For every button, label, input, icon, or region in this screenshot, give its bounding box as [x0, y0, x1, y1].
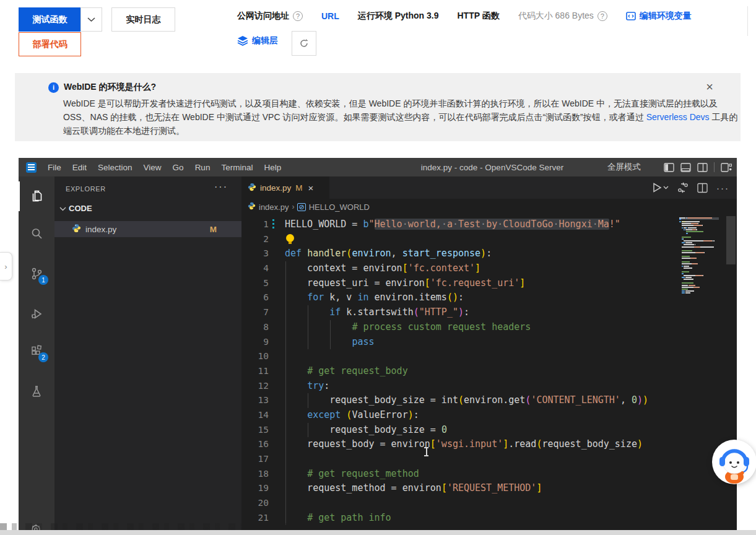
- scrollbar[interactable]: [725, 215, 737, 535]
- code-line: 1HELLO_WORLD = b"Hello·world,·a·Test·by·…: [241, 217, 679, 232]
- explorer-section-code[interactable]: CODE: [54, 200, 241, 216]
- tab-close-icon[interactable]: ×: [308, 183, 314, 193]
- line-number: 6: [241, 290, 269, 305]
- vscode-logo-icon: [26, 162, 37, 173]
- search-icon[interactable]: [19, 219, 54, 248]
- code-line: 14 except (ValueError):: [241, 408, 679, 423]
- menu-selection[interactable]: Selection: [92, 158, 138, 176]
- refresh-icon: [299, 38, 309, 48]
- python-file-icon: [248, 183, 256, 193]
- http-function-label: HTTP 函数: [457, 11, 499, 22]
- python-file-icon: [248, 202, 256, 212]
- code-line: 20: [241, 496, 679, 511]
- testing-icon[interactable]: [19, 376, 54, 406]
- chevron-down-icon: [87, 17, 95, 22]
- symbol-icon: ⊘: [297, 203, 305, 211]
- run-or-debug-icon[interactable]: [677, 182, 689, 193]
- code-line: 6 for k, v in environ.items():: [241, 290, 679, 305]
- line-number: 4: [241, 261, 269, 276]
- code-line: 17: [241, 452, 679, 467]
- code-line: 19 request_method = environ['REQUEST_MET…: [241, 481, 679, 496]
- layers-icon: [237, 35, 248, 46]
- run-debug-icon[interactable]: [19, 299, 54, 329]
- test-function-button[interactable]: 测试函数: [19, 7, 81, 32]
- explorer-sidebar: EXPLORER ··· CODE index.py M: [54, 176, 241, 535]
- file-item-indexpy[interactable]: index.py M: [54, 221, 241, 237]
- env-vars-icon: [626, 12, 636, 20]
- customize-layout-icon[interactable]: [721, 162, 732, 173]
- titlebar: FileEditSelectionViewGoRunTerminalHelp i…: [19, 158, 737, 176]
- line-number: 13: [241, 393, 269, 408]
- menu-run[interactable]: Run: [189, 158, 216, 176]
- editor-more-actions[interactable]: ···: [716, 183, 729, 193]
- help-icon[interactable]: ?: [293, 11, 303, 21]
- split-editor-icon[interactable]: [697, 183, 708, 193]
- refresh-button[interactable]: [292, 31, 316, 56]
- menu-help[interactable]: Help: [258, 158, 287, 176]
- code-line: 9 pass: [241, 335, 679, 350]
- scrollbar-slider[interactable]: [726, 216, 736, 264]
- explorer-icon[interactable]: [19, 181, 54, 211]
- explorer-title: EXPLORER: [66, 185, 106, 193]
- code-line: 13 request_body_size = int(environ.get('…: [241, 393, 679, 408]
- line-number: 16: [241, 437, 269, 452]
- line-number: 9: [241, 335, 269, 350]
- breadcrumb[interactable]: index.py › ⊘ HELLO_WORLD: [241, 199, 737, 215]
- page: 测试函数 实时日志 部署代码 公网访问地址? URL 运行环境 Python 3…: [0, 0, 756, 535]
- support-mascot-button[interactable]: [712, 440, 756, 484]
- code-line: 16 request_body = environ['wsgi.input'].…: [241, 437, 679, 452]
- mascot-icon: [712, 440, 756, 484]
- test-function-dropdown[interactable]: [80, 7, 102, 32]
- code-line: 7 if k.startswith("HTTP_"):: [241, 305, 679, 320]
- expand-panel-handle[interactable]: ›: [0, 252, 12, 281]
- runtime-label: 运行环境 Python 3.9: [358, 11, 439, 22]
- line-number: 20: [241, 496, 269, 511]
- serverless-devs-link[interactable]: Serverless Devs: [646, 112, 710, 122]
- banner-body: WebIDE 是可以帮助开发者快速进行代码测试，以及项目构建、依赖安装，但是 W…: [63, 97, 741, 137]
- deploy-code-button[interactable]: 部署代码: [19, 32, 81, 56]
- chevron-down-icon: [59, 204, 66, 213]
- edit-layer-link[interactable]: 编辑层: [237, 35, 278, 46]
- webide-info-banner: i WebIDE 的环境是什么? × WebIDE 是可以帮助开发者快速进行代码…: [15, 73, 741, 141]
- code-line: 8 # process custom request headers: [241, 320, 679, 335]
- explorer-more-actions[interactable]: ···: [214, 181, 228, 193]
- menu-terminal[interactable]: Terminal: [215, 158, 258, 176]
- code-editor[interactable]: 1HELLO_WORLD = b"Hello·world,·a·Test·by·…: [241, 215, 679, 525]
- realtime-log-button[interactable]: 实时日志: [111, 7, 175, 32]
- menu-edit[interactable]: Edit: [67, 158, 92, 176]
- toggle-sidebar-icon[interactable]: [664, 162, 674, 173]
- toggle-panel-icon[interactable]: [680, 162, 691, 173]
- tab-label: index.py: [260, 183, 291, 193]
- editor-group: index.py M × ··· index.py: [241, 176, 737, 535]
- code-line: 10: [241, 349, 679, 364]
- breadcrumb-file[interactable]: index.py: [259, 202, 289, 212]
- line-number: 7: [241, 305, 269, 320]
- fullscreen-mode-button[interactable]: 全屏模式: [607, 162, 641, 173]
- banner-title: WebIDE 的环境是什么?: [64, 82, 156, 93]
- line-number: 15: [241, 423, 269, 438]
- line-number: 12: [241, 379, 269, 394]
- code-line: 3def handler(environ, start_response):: [241, 246, 679, 261]
- url-link[interactable]: URL: [321, 11, 339, 21]
- breadcrumb-symbol[interactable]: HELLO_WORLD: [309, 202, 370, 212]
- menu-file[interactable]: File: [42, 158, 67, 176]
- help-icon[interactable]: ?: [597, 11, 607, 21]
- divider: [714, 162, 715, 172]
- line-number: 18: [241, 467, 269, 482]
- edit-env-vars-link[interactable]: 编辑环境变量: [626, 11, 692, 22]
- file-modified-badge: M: [210, 225, 217, 234]
- menubar: FileEditSelectionViewGoRunTerminalHelp: [42, 158, 287, 176]
- code-line: 18 # get request_method: [241, 467, 679, 482]
- tab-indexpy[interactable]: index.py M ×: [241, 176, 330, 199]
- line-number: 8: [241, 320, 269, 335]
- run-file-button[interactable]: [653, 183, 669, 193]
- activity-bar: 1 2: [19, 176, 54, 535]
- code-line: 4 context = environ['fc.context']: [241, 261, 679, 276]
- banner-close-icon[interactable]: ×: [706, 80, 713, 93]
- menu-view[interactable]: View: [138, 158, 167, 176]
- code-size-label: 代码大小 686 Bytes: [518, 11, 594, 22]
- source-control-icon[interactable]: 1: [19, 259, 54, 289]
- menu-go[interactable]: Go: [167, 158, 189, 176]
- extensions-icon[interactable]: 2: [19, 336, 54, 366]
- toggle-secondary-sidebar-icon[interactable]: [697, 162, 708, 173]
